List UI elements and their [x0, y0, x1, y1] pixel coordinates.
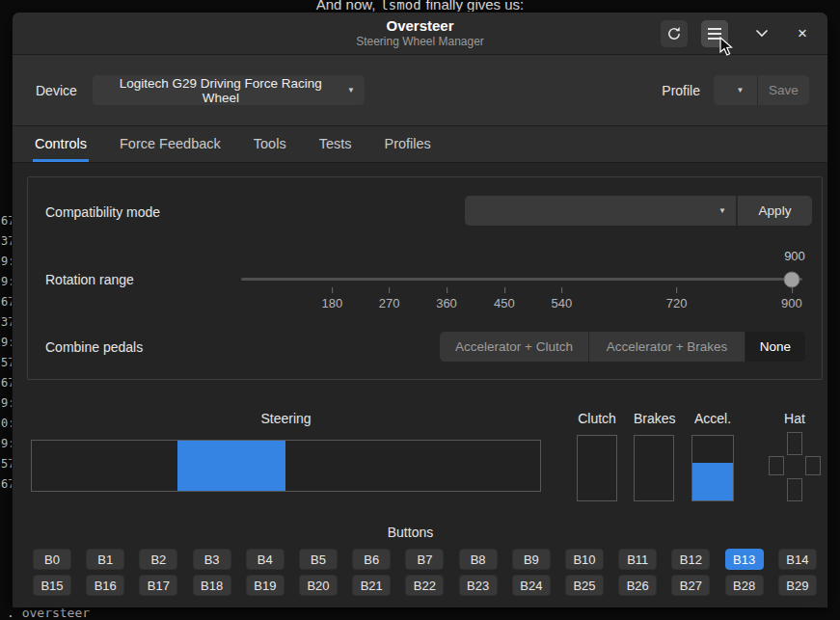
buttons-row-2: B15B16B17B18B19B20B21B22B23B24B25B26B27B…: [33, 575, 817, 596]
button-indicator-b16: B16: [86, 575, 124, 596]
button-indicator-b20: B20: [299, 575, 338, 596]
slider-handle[interactable]: [783, 272, 799, 288]
button-indicator-b11: B11: [618, 549, 657, 570]
compatibility-mode-label: Compatibility mode: [45, 204, 160, 220]
button-indicator-b23: B23: [459, 575, 498, 596]
rotation-tick-900: 900: [781, 287, 802, 310]
accel-levelbar: [691, 435, 734, 501]
button-indicator-b3: B3: [193, 549, 231, 570]
button-indicator-b10: B10: [565, 549, 604, 570]
oversteer-window: Oversteer Steering Wheel Manager ×: [12, 12, 828, 607]
tab-bar: ControlsForce FeedbackToolsTestsProfiles: [13, 126, 827, 163]
buttons-row-1: B0B1B2B3B4B5B6B7B8B9B10B11B12B13B14: [33, 549, 817, 570]
button-indicator-b9: B9: [512, 549, 551, 570]
accel-label: Accel.: [691, 411, 734, 426]
rotation-tick-180: 180: [321, 287, 342, 310]
device-profile-bar: Device Logitech G29 Driving Force Racing…: [13, 55, 827, 126]
hat-label: Hat: [769, 411, 821, 426]
button-indicator-b12: B12: [671, 549, 710, 570]
refresh-button[interactable]: [661, 20, 688, 47]
close-icon: ×: [798, 25, 807, 41]
accel-fill: [692, 463, 733, 500]
profile-label: Profile: [662, 83, 700, 98]
combine-option-accelerator-clutch[interactable]: Accelerator + Clutch: [440, 332, 588, 362]
controls-tab-content: Compatibility mode ▼ Apply Rotation rang…: [13, 163, 827, 607]
hamburger-icon: [708, 33, 721, 35]
hat-down-box: [787, 478, 802, 501]
button-indicator-b6: B6: [352, 549, 391, 570]
profile-save-button[interactable]: Save: [758, 75, 809, 105]
rotation-value: 900: [766, 249, 824, 263]
button-indicator-b4: B4: [246, 549, 285, 570]
clutch-label: Clutch: [577, 411, 617, 426]
button-indicator-b21: B21: [352, 575, 391, 596]
steering-label: Steering: [31, 411, 541, 426]
window-title-area: Oversteer Steering Wheel Manager: [356, 17, 484, 48]
rotation-slider[interactable]: [241, 270, 802, 289]
button-indicator-b8: B8: [459, 549, 498, 570]
hat-right-box: [805, 456, 821, 475]
button-indicator-b2: B2: [139, 549, 177, 570]
brakes-label: Brakes: [634, 411, 674, 426]
hat-left-box: [769, 456, 784, 475]
rotation-tick-450: 450: [494, 287, 515, 310]
device-dropdown-value: Logitech G29 Driving Force Racing Wheel: [104, 76, 338, 105]
rotation-scale-marks: 180270360450540720900: [241, 287, 802, 314]
titlebar-buttons: ×: [661, 20, 816, 47]
compatibility-mode-dropdown[interactable]: ▼: [465, 196, 736, 226]
hat-up-box: [787, 432, 802, 455]
button-indicator-b13: B13: [725, 549, 764, 570]
window-title: Oversteer: [356, 17, 484, 34]
buttons-section-title: Buttons: [13, 525, 808, 540]
brakes-levelbar: [634, 435, 674, 501]
rotation-tick-540: 540: [551, 287, 572, 310]
rotation-tick-360: 360: [436, 287, 457, 310]
settings-panel: Compatibility mode ▼ Apply Rotation rang…: [27, 176, 823, 380]
tab-force-feedback[interactable]: Force Feedback: [118, 126, 223, 162]
button-indicator-b1: B1: [86, 549, 124, 570]
rotation-tick-720: 720: [666, 287, 688, 310]
rotation-range-label: Rotation range: [45, 272, 134, 287]
button-indicator-b24: B24: [512, 575, 551, 596]
button-indicator-b26: B26: [618, 575, 657, 596]
window-shade-button[interactable]: [748, 20, 775, 47]
combine-pedals-label: Combine pedals: [45, 339, 143, 355]
button-indicator-b5: B5: [299, 549, 338, 570]
tab-profiles[interactable]: Profiles: [382, 126, 432, 162]
slider-track[interactable]: [241, 278, 802, 281]
steering-fill: [177, 441, 285, 491]
button-indicator-b15: B15: [33, 575, 71, 596]
combine-option-accelerator-brakes[interactable]: Accelerator + Brakes: [588, 332, 745, 362]
chevron-down-icon: [755, 29, 769, 38]
close-button[interactable]: ×: [789, 20, 816, 47]
window-subtitle: Steering Wheel Manager: [356, 36, 484, 49]
dropdown-arrow-icon: ▼: [737, 86, 745, 94]
mouse-cursor: [719, 37, 735, 58]
dropdown-arrow-icon: ▼: [347, 86, 355, 94]
button-indicator-b14: B14: [778, 549, 817, 570]
apply-button[interactable]: Apply: [737, 196, 812, 226]
button-indicator-b29: B29: [778, 575, 817, 596]
profile-dropdown[interactable]: ▼: [714, 75, 758, 105]
tab-tests[interactable]: Tests: [317, 126, 354, 162]
button-indicator-b7: B7: [405, 549, 444, 570]
button-indicator-b28: B28: [725, 575, 764, 596]
combine-option-none[interactable]: None: [745, 332, 805, 362]
steering-levelbar: [31, 440, 541, 492]
button-indicator-b22: B22: [405, 575, 444, 596]
titlebar[interactable]: Oversteer Steering Wheel Manager ×: [13, 13, 827, 55]
button-indicator-b25: B25: [565, 575, 604, 596]
tab-controls[interactable]: Controls: [33, 126, 89, 162]
button-indicator-b0: B0: [33, 549, 71, 570]
profile-controls: ▼ Save: [714, 75, 809, 105]
device-label: Device: [36, 83, 77, 98]
terminal-bottom-line: . oversteer: [7, 606, 90, 620]
tab-tools[interactable]: Tools: [252, 126, 288, 162]
device-dropdown[interactable]: Logitech G29 Driving Force Racing Wheel …: [93, 75, 365, 105]
button-indicator-b27: B27: [671, 575, 710, 596]
button-indicator-b18: B18: [193, 575, 231, 596]
dropdown-arrow-icon: ▼: [718, 206, 726, 215]
refresh-icon: [666, 26, 682, 41]
button-indicator-b17: B17: [139, 575, 177, 596]
clutch-levelbar: [577, 435, 617, 501]
